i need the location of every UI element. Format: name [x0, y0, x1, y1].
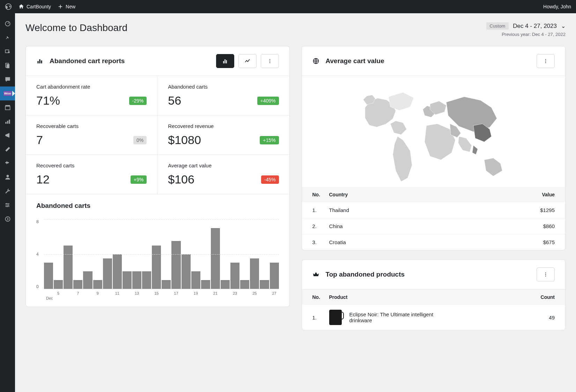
line-view-button[interactable] [238, 54, 257, 68]
chart-x-tick: 13 [132, 291, 141, 295]
stat-cell[interactable]: Recovered revenue $1080 +15% [157, 115, 289, 155]
chart-bar[interactable] [182, 254, 191, 289]
table-row[interactable]: 2. China $860 [302, 218, 566, 234]
chart-x-axis: 579111315171921232527 [44, 291, 279, 295]
new-button[interactable]: New [57, 3, 75, 10]
chart-x-tick [44, 291, 53, 295]
chart-bar[interactable] [270, 263, 279, 289]
sidebar-users-icon[interactable] [0, 170, 15, 184]
stat-cell[interactable]: Average cart value $106 -45% [157, 155, 289, 194]
svg-point-16 [8, 204, 9, 205]
chart-bar[interactable] [162, 280, 171, 289]
chart-bar[interactable] [221, 280, 230, 289]
products-table: No. Product Count 1. Eclipse Noir: The U… [302, 289, 566, 330]
user-greeting[interactable]: Howdy, John [543, 4, 571, 9]
chart-bar[interactable] [44, 263, 53, 289]
chart-bar[interactable] [152, 246, 161, 289]
chart-bar[interactable] [103, 258, 112, 289]
map-title: Average cart value [326, 57, 384, 65]
crown-icon [312, 271, 319, 278]
stat-cell[interactable]: Recovered carts 12 +9% [26, 155, 157, 194]
chart-x-tick: 23 [230, 291, 239, 295]
svg-point-18 [5, 217, 10, 221]
stat-label: Average cart value [168, 163, 279, 168]
chart-x-tick: 7 [73, 291, 82, 295]
sidebar-tools-icon[interactable] [0, 184, 15, 198]
stat-cell[interactable]: Abandoned carts 56 +409% [157, 76, 289, 115]
sidebar-settings-icon[interactable] [0, 198, 15, 212]
products-menu-button[interactable] [537, 267, 555, 281]
chart-bar[interactable] [54, 280, 63, 289]
reports-menu-button[interactable] [261, 54, 279, 68]
chart-bar[interactable] [113, 254, 122, 289]
world-map[interactable] [302, 76, 566, 187]
chart-bar[interactable] [250, 258, 259, 289]
chart-bar[interactable] [73, 280, 82, 289]
product-thumbnail [329, 310, 342, 325]
sidebar-media-icon[interactable] [0, 45, 15, 59]
chart-bar[interactable] [132, 271, 141, 289]
sidebar-dashboard[interactable] [0, 17, 15, 31]
sidebar-woocommerce-icon[interactable]: Woo [0, 86, 15, 100]
chart-x-tick [64, 291, 73, 295]
col-header-count: Count [527, 294, 555, 300]
chart-x-tick [103, 291, 112, 295]
stat-value: 7 [36, 133, 43, 147]
svg-point-29 [545, 59, 546, 60]
sidebar-appearance-icon[interactable] [0, 142, 15, 156]
chart-bar[interactable] [260, 280, 269, 289]
table-row[interactable]: 3. Croatia $675 [302, 234, 566, 250]
chart-bar[interactable] [240, 280, 249, 289]
map-menu-button[interactable] [537, 54, 555, 68]
chart-bar[interactable] [211, 228, 220, 289]
chart-plot [44, 219, 279, 289]
product-name: Eclipse Noir: The Ultimate intelligent d… [349, 311, 447, 323]
admin-sidebar: Woo [0, 13, 15, 392]
sidebar-pages-icon[interactable] [0, 59, 15, 73]
table-row[interactable]: 1. Thailand $1295 [302, 202, 566, 218]
date-range-selector[interactable]: Custom Dec 4 - 27, 2023 ⌄ Previous year:… [486, 22, 566, 37]
chart-bar[interactable] [123, 271, 132, 289]
svg-point-30 [545, 61, 546, 61]
svg-rect-5 [6, 64, 9, 68]
sidebar-analytics-icon[interactable] [0, 114, 15, 128]
chart-bar[interactable] [201, 280, 210, 289]
stat-cell[interactable]: Cart abandonment rate 71% -29% [26, 76, 157, 115]
page-title: Welcome to Dashboard [25, 22, 127, 33]
svg-rect-21 [41, 60, 42, 63]
chart-bar[interactable] [171, 241, 180, 289]
row-country: Thailand [329, 207, 527, 213]
table-row[interactable]: 1. Eclipse Noir: The Ultimate intelligen… [302, 305, 566, 330]
sidebar-marketing-icon[interactable] [0, 128, 15, 142]
svg-rect-23 [224, 59, 226, 63]
sidebar-plugins-icon[interactable] [0, 156, 15, 170]
chart-bar[interactable] [64, 246, 73, 289]
site-link[interactable]: CartBounty [18, 3, 51, 10]
chart-x-tick [201, 291, 210, 295]
col-header-no: No. [312, 294, 329, 300]
wordpress-logo[interactable] [5, 3, 12, 10]
stat-change-badge: +9% [131, 175, 147, 184]
chart-bar[interactable] [230, 263, 239, 289]
svg-rect-20 [39, 59, 40, 63]
row-no: 1. [312, 207, 329, 213]
sidebar-collapse-icon[interactable] [0, 212, 15, 226]
site-name: CartBounty [27, 4, 51, 9]
chart-bar[interactable] [93, 280, 102, 289]
chart-x-tick [221, 291, 230, 295]
col-header-product: Product [329, 294, 527, 300]
sidebar-pin-icon[interactable] [0, 31, 15, 45]
sidebar-comments-icon[interactable] [0, 73, 15, 86]
sidebar-products-icon[interactable] [0, 100, 15, 114]
chart-bar[interactable] [83, 271, 92, 289]
bar-view-button[interactable] [216, 54, 234, 68]
svg-point-3 [8, 51, 9, 53]
stat-label: Recoverable carts [36, 123, 147, 129]
row-no: 3. [312, 239, 329, 245]
svg-point-33 [545, 274, 546, 275]
chart-bar[interactable] [191, 271, 200, 289]
chart-bar[interactable] [142, 271, 151, 289]
globe-icon [312, 58, 319, 65]
chart-x-tick: 17 [171, 291, 180, 295]
stat-cell[interactable]: Recoverable carts 7 0% [26, 115, 157, 155]
